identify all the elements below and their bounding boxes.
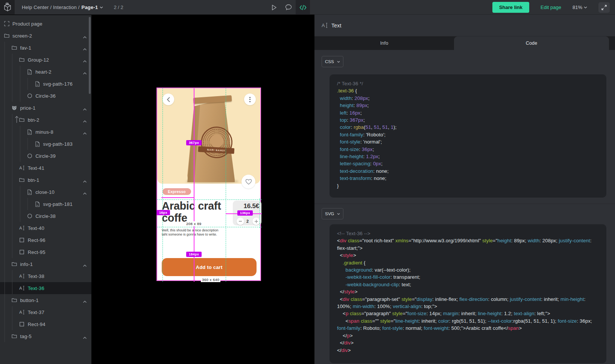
layer-row-Text-37[interactable]: AText-37 [0, 306, 91, 318]
tree-indent-guide [12, 318, 18, 330]
code-line: } [337, 182, 599, 189]
code-line: color: rgba(51, 51, 51, 1); [337, 124, 599, 131]
collapse-chevron-icon[interactable] [83, 69, 87, 76]
layer-row-info-1[interactable]: info-1 [0, 258, 91, 270]
collapse-chevron-icon[interactable] [83, 45, 87, 52]
play-button[interactable] [267, 0, 281, 15]
comment-button[interactable] [281, 0, 296, 15]
tree-indent-guide [5, 138, 11, 150]
layer-label: Rect-95 [28, 249, 46, 255]
rect-icon [19, 322, 25, 327]
tree-indent-guide [12, 186, 18, 198]
app-window: Help Center / Interaction / Page-1 2 / 2… [0, 0, 615, 364]
tree-indent-guide [12, 54, 18, 66]
layer-row-svg-path-183[interactable]: svg-path-183 [0, 138, 91, 150]
canvas-area[interactable]: NARI NAHUI Expresso Arabic craft coffe 1… [91, 15, 314, 364]
layer-row-root[interactable]: Product page [0, 18, 91, 30]
layer-row-Circle-39[interactable]: Circle-39 [0, 150, 91, 162]
layer-row-Circle-38[interactable]: Circle-38 [0, 210, 91, 222]
layer-row-screen-2[interactable]: screen-2 [0, 30, 91, 42]
fullscreen-button[interactable] [598, 2, 610, 13]
code-line: </style> [337, 288, 599, 295]
zoom-level-value: 81% [572, 5, 582, 10]
collapse-chevron-icon[interactable] [83, 334, 87, 341]
svgfile-icon [35, 141, 40, 147]
code-line: height: 89px; [337, 102, 599, 109]
code-line: </div> [337, 339, 599, 346]
layer-row-Rect-95[interactable]: Rect-95 [0, 246, 91, 258]
text-icon: A [19, 285, 25, 291]
tree-indent-guide [5, 330, 11, 342]
tree-indent-guide [5, 282, 11, 294]
tab-info[interactable]: Info [314, 36, 454, 50]
measure-label-right: 136px [237, 210, 253, 216]
sidebar-scrollbar[interactable] [89, 17, 91, 94]
folder-icon [11, 298, 17, 303]
svg-text:A: A [19, 166, 22, 170]
product-tag-badge[interactable]: Expresso [162, 188, 191, 195]
chevron-left-icon [167, 97, 170, 102]
chevron-down-icon [584, 6, 587, 9]
quantity-plus-button[interactable] [252, 217, 260, 225]
layer-row-Rect-96[interactable]: Rect-96 [0, 234, 91, 246]
back-button[interactable] [162, 94, 174, 105]
layer-row-button-1[interactable]: button-1 [0, 294, 91, 306]
layer-row-Text-40[interactable]: AText-40 [0, 222, 91, 234]
app-logo[interactable] [0, 0, 15, 15]
folder-icon [19, 177, 25, 183]
collapse-chevron-icon[interactable] [83, 57, 87, 64]
layer-label: svg-path-181 [43, 201, 73, 207]
tab-code[interactable]: Code [454, 36, 609, 50]
layer-label: Text-36 [28, 285, 44, 291]
layer-row-heart-2[interactable]: heart-2 [0, 66, 91, 78]
quantity-minus-button[interactable] [237, 217, 244, 225]
collapse-chevron-icon[interactable] [83, 190, 87, 196]
layer-row-btn-1[interactable]: btn-1 [0, 174, 91, 186]
layer-row-Text-41[interactable]: AText-41 [0, 162, 91, 174]
code-view-button[interactable] [296, 0, 310, 15]
svg-format-select[interactable]: SVG [322, 208, 343, 219]
favorite-button[interactable] [241, 175, 255, 189]
layer-row-Text-38[interactable]: AText-38 [0, 270, 91, 282]
collapse-chevron-icon[interactable] [83, 33, 87, 40]
guide-horizontal-bottom [157, 227, 262, 227]
product-title[interactable]: Arabic craft coffe [162, 200, 226, 224]
collapse-chevron-icon[interactable] [83, 262, 87, 269]
layer-row-svg-path-176[interactable]: svg-path-176 [0, 78, 91, 90]
svg-text:A: A [322, 23, 325, 28]
layer-row-tag-5[interactable]: tag-5 [0, 330, 91, 342]
more-options-button[interactable] [244, 94, 256, 105]
add-to-cart-button[interactable]: Add to cart [162, 258, 257, 276]
collapse-chevron-icon[interactable] [83, 178, 87, 184]
layer-row-price-1[interactable]: price-1 [0, 102, 91, 114]
html-code-block[interactable]: <!-- Text-36 --><div class="root rich-te… [330, 224, 606, 363]
share-link-button[interactable]: Share link [492, 2, 529, 13]
tree-indent-guide [12, 210, 18, 222]
breadcrumb[interactable]: Help Center / Interaction / Page-1 [22, 5, 103, 10]
layer-row-minus-8[interactable]: minus-8 [0, 126, 91, 138]
code-line: text-transform: none; [337, 175, 599, 182]
zoom-level-dropdown[interactable]: 81% [572, 5, 587, 10]
collapse-chevron-icon[interactable] [83, 106, 87, 112]
collapse-chevron-icon[interactable] [83, 298, 87, 305]
folder-icon [11, 334, 17, 339]
collapse-chevron-icon[interactable] [83, 118, 87, 124]
tree-indent-guide [5, 210, 11, 222]
layer-row-btn-2[interactable]: btn-2 [0, 114, 91, 126]
design-frame[interactable]: NARI NAHUI Expresso Arabic craft coffe 1… [156, 88, 261, 281]
layer-row-close-10[interactable]: close-10 [0, 186, 91, 198]
folder-icon [11, 261, 17, 267]
css-code-block[interactable]: /* Text-36 */.text-36 { width: 208px; he… [330, 74, 606, 198]
layer-row-svg-path-181[interactable]: svg-path-181 [0, 198, 91, 210]
css-format-select[interactable]: CSS [322, 56, 343, 67]
collapse-chevron-icon[interactable] [83, 130, 87, 136]
layer-row-Text-36[interactable]: AText-36 [0, 282, 91, 294]
layer-row-Circle-36[interactable]: Circle-36 [0, 90, 91, 102]
layer-row-fav-1[interactable]: fav-1 [0, 42, 91, 54]
inspector-tabs: Info Code [314, 36, 615, 50]
layer-row-Rect-94[interactable]: Rect-94 [0, 318, 91, 330]
code-line: font-style: 'normal'; [337, 138, 599, 145]
layer-row-Group-12[interactable]: Group-12 [0, 54, 91, 66]
edit-page-link[interactable]: Edit page [541, 5, 561, 10]
folder-icon [11, 45, 17, 51]
